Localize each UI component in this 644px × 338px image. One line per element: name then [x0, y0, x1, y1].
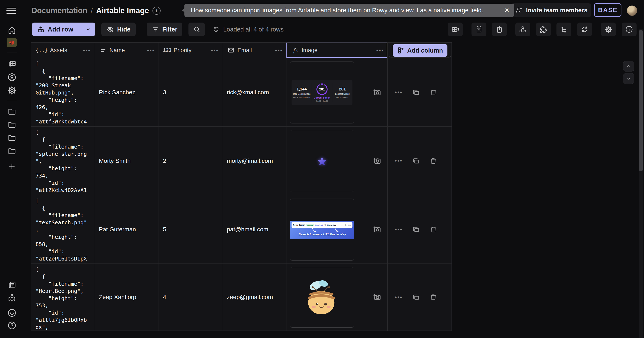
cloud-logs-button[interactable]: [556, 22, 572, 36]
delete-row-icon[interactable]: [429, 225, 438, 234]
add-row-label: Add row: [48, 26, 73, 33]
column-menu-icon[interactable]: •••: [147, 47, 155, 54]
cell-image[interactable]: [286, 127, 388, 195]
breadcrumb: Documentation / Airtable Image i: [32, 5, 160, 16]
column-menu-icon[interactable]: •••: [376, 47, 384, 54]
sidebar-item-feedback[interactable]: [7, 308, 17, 318]
sidebar-item-tables[interactable]: [7, 59, 17, 68]
derivative-fx-type-icon: ƒx: [291, 47, 300, 54]
column-menu-icon[interactable]: •••: [211, 47, 219, 54]
sidebar-divider: [7, 101, 17, 101]
sidebar-item-folder-1[interactable]: [7, 106, 17, 116]
duplicate-row-icon[interactable]: [412, 293, 420, 301]
plus-icon: [8, 162, 16, 170]
column-header-priority[interactable]: 123 Priority •••: [158, 42, 222, 58]
sidebar-item-folder-4[interactable]: [7, 146, 17, 156]
search-icon: [193, 25, 200, 33]
export-button[interactable]: [492, 22, 507, 36]
filter-button[interactable]: Filter: [147, 22, 182, 36]
add-row-button[interactable]: Add row: [32, 22, 95, 36]
row-menu-icon[interactable]: •••: [395, 226, 402, 233]
import-button[interactable]: [472, 22, 486, 36]
sidebar-item-folder-3[interactable]: [7, 133, 17, 143]
table-info-button[interactable]: [622, 22, 636, 36]
search-button[interactable]: [188, 22, 205, 36]
image-thumbnail-star[interactable]: [290, 130, 354, 192]
sidebar-item-docs[interactable]: [7, 280, 17, 290]
email-type-icon: [227, 47, 235, 54]
cell-name[interactable]: Rick Sanchez: [94, 58, 158, 127]
copy-icon: ⧉: [345, 224, 346, 226]
cell-assets[interactable]: [ { "filename": "spline_star.png", "heig…: [31, 127, 94, 195]
cell-name[interactable]: Morty Smith: [94, 127, 158, 195]
image-thumbnail-streak-card[interactable]: 1,144 Total Contributions Aug 6, 2019 - …: [290, 61, 354, 123]
column-menu-icon[interactable]: •••: [275, 47, 283, 54]
upload-image-icon[interactable]: [373, 88, 382, 97]
upload-image-icon[interactable]: [373, 293, 382, 301]
sidebar-item-folder-2[interactable]: [7, 120, 17, 129]
sidebar-item-help[interactable]: [7, 321, 17, 330]
row-menu-icon[interactable]: •••: [395, 294, 402, 301]
bee-image: [301, 278, 343, 317]
refresh-button[interactable]: [577, 22, 592, 36]
duplicate-row-icon[interactable]: [412, 88, 420, 96]
column-plus-icon: [397, 47, 404, 54]
column-header-assets[interactable]: {..} Assets •••: [31, 42, 94, 58]
breadcrumb-parent[interactable]: Documentation: [32, 6, 87, 15]
add-row-dropdown[interactable]: [81, 26, 95, 32]
row-menu-icon[interactable]: •••: [395, 89, 402, 96]
cell-email[interactable]: zeep@gmail.com: [222, 264, 286, 331]
cell-email[interactable]: pat@hmail.com: [222, 195, 286, 264]
column-header-image-selected[interactable]: ƒx Image •••: [286, 42, 388, 58]
extensions-button[interactable]: [536, 22, 551, 36]
sidebar-item-settings[interactable]: [7, 86, 17, 95]
cell-name[interactable]: Pat Guterman: [94, 195, 158, 264]
cell-assets[interactable]: [ { "filename": "textSearch.png", "heigh…: [31, 195, 94, 264]
cell-assets[interactable]: [ { "filename": "200 Streak GitHub.png",…: [31, 58, 94, 127]
info-icon[interactable]: i: [152, 6, 160, 15]
cell-priority[interactable]: 5: [158, 195, 222, 264]
sidebar-item-learn[interactable]: [7, 293, 17, 303]
vertical-scrollbar-thumb[interactable]: [639, 30, 643, 171]
cell-image[interactable]: [286, 264, 388, 331]
cell-name[interactable]: Zeep Xanflorp: [94, 264, 158, 331]
image-thumbnail-banner[interactable]: Rowy Search running https://rw-2a7ed1348…: [290, 199, 354, 261]
row-height-button[interactable]: [448, 22, 463, 36]
eye-slash-icon: [106, 25, 114, 33]
column-header-name[interactable]: Name •••: [94, 42, 158, 58]
scroll-down-button[interactable]: [623, 73, 634, 84]
cell-priority[interactable]: 4: [158, 264, 222, 331]
row-menu-icon[interactable]: •••: [395, 157, 402, 164]
cell-priority[interactable]: 3: [158, 58, 222, 127]
cell-email[interactable]: morty@imail.com: [222, 127, 286, 195]
column-header-email[interactable]: Email •••: [222, 42, 286, 58]
sidebar-item-current-workspace[interactable]: [6, 38, 17, 47]
delete-row-icon[interactable]: [429, 293, 438, 301]
sidebar-item-home[interactable]: [7, 25, 17, 35]
cell-image[interactable]: Rowy Search running https://rw-2a7ed1348…: [286, 195, 388, 264]
duplicate-row-icon[interactable]: [412, 225, 420, 234]
scroll-up-button[interactable]: [623, 61, 634, 71]
hamburger-menu-icon[interactable]: [6, 6, 16, 15]
column-menu-icon[interactable]: •••: [83, 47, 91, 54]
cell-assets[interactable]: [ { "filename": "HeartBee.png", "height"…: [31, 264, 94, 331]
upload-image-icon[interactable]: [373, 225, 382, 234]
sidebar-add-table-button[interactable]: [7, 161, 17, 171]
cell-image[interactable]: 1,144 Total Contributions Aug 6, 2019 - …: [286, 58, 388, 127]
add-column-button[interactable]: Add column: [393, 44, 448, 57]
upload-image-icon[interactable]: [373, 157, 382, 165]
cell-email[interactable]: rick@xmail.com: [222, 58, 286, 127]
delete-row-icon[interactable]: [429, 157, 438, 165]
sidebar-item-members[interactable]: [7, 72, 17, 82]
delete-row-icon[interactable]: [429, 88, 438, 96]
invite-team-members-button[interactable]: Invite team members: [511, 3, 591, 17]
duplicate-row-icon[interactable]: [412, 157, 420, 165]
webhooks-button[interactable]: [515, 22, 530, 36]
close-icon[interactable]: ✕: [504, 7, 510, 14]
cell-priority[interactable]: 2: [158, 127, 222, 195]
table-settings-button[interactable]: [601, 22, 616, 36]
image-thumbnail-bee[interactable]: [290, 267, 354, 328]
base-plan-button[interactable]: BASE: [594, 3, 622, 17]
avatar[interactable]: [627, 5, 637, 16]
hide-fields-button[interactable]: Hide: [101, 22, 136, 36]
